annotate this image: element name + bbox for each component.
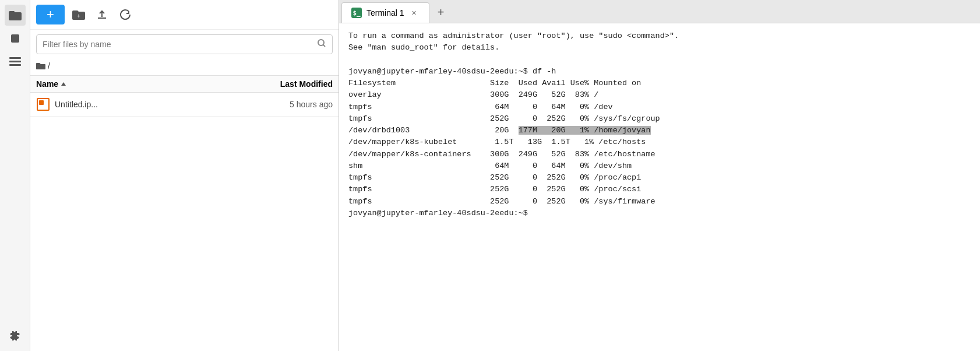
- terminal-line: /dev/mapper/k8s-kubelet 1.5T 13G 1.5T 1%…: [348, 136, 971, 148]
- svg-rect-2: [9, 61, 21, 62]
- file-browser-panel: + +: [30, 0, 339, 351]
- terminal-line: Filesystem Size Used Avail Use% Mounted …: [348, 78, 971, 89]
- terminal-line: See "man sudo_root" for details.: [348, 42, 971, 54]
- terminal-line: jovyan@jupyter-mfarley-40sdsu-2eedu:~$: [348, 208, 971, 219]
- sidebar-item-extensions[interactable]: [5, 325, 26, 346]
- terminal-line: /dev/drbd1003 20G 177M 20G 1% /home/jovy…: [348, 125, 971, 136]
- terminal-line: To run a command as administrator (user …: [348, 30, 971, 42]
- terminal-line: tmpfs 64M 0 64M 0% /dev: [348, 101, 971, 113]
- new-button[interactable]: +: [36, 5, 65, 24]
- column-modified[interactable]: Last Modified: [239, 79, 333, 89]
- terminal-panel: $_ Terminal 1 × + To run a command as ad…: [339, 0, 980, 351]
- sidebar-item-stop[interactable]: [5, 28, 26, 49]
- terminal-line: tmpfs 252G 0 252G 0% /sys/fs/cgroup: [348, 113, 971, 125]
- search-input[interactable]: [43, 40, 317, 49]
- terminal-line: jovyan@jupyter-mfarley-40sdsu-2eedu:~$ d…: [348, 66, 971, 78]
- svg-rect-1: [9, 57, 21, 59]
- sidebar: [0, 0, 30, 351]
- new-folder-button[interactable]: +: [69, 5, 88, 24]
- sidebar-item-folder[interactable]: [5, 5, 26, 26]
- terminal-tab-close[interactable]: ×: [409, 8, 420, 18]
- svg-marker-7: [61, 82, 66, 86]
- table-row[interactable]: Untitled.ip... 5 hours ago: [30, 93, 339, 117]
- terminal-line: tmpfs 252G 0 252G 0% /proc/scsi: [348, 184, 971, 195]
- new-terminal-tab-button[interactable]: +: [432, 3, 450, 22]
- terminal-tab-1[interactable]: $_ Terminal 1 ×: [341, 2, 429, 23]
- sidebar-item-list[interactable]: [5, 51, 26, 72]
- search-icon: [317, 38, 326, 50]
- terminal-content[interactable]: To run a command as administrator (user …: [339, 23, 980, 351]
- search-bar[interactable]: [36, 34, 333, 54]
- notebook-file-icon: [36, 97, 50, 111]
- terminal-line: [348, 54, 971, 66]
- terminal-line: /dev/mapper/k8s-containers 300G 249G 52G…: [348, 149, 971, 160]
- svg-rect-3: [9, 64, 21, 66]
- terminal-line: shm 64M 0 64M 0% /dev/shm: [348, 160, 971, 172]
- terminal-line: overlay 300G 249G 52G 83% /: [348, 89, 971, 101]
- folder-breadcrumb-icon: [36, 62, 45, 70]
- terminal-tab-label: Terminal 1: [366, 8, 404, 17]
- file-toolbar: + +: [30, 0, 339, 30]
- column-name[interactable]: Name: [36, 79, 239, 89]
- terminal-tab-icon: $_: [351, 8, 362, 18]
- sort-asc-icon: [61, 81, 66, 87]
- breadcrumb: /: [30, 59, 339, 75]
- breadcrumb-path: /: [48, 61, 50, 71]
- refresh-button[interactable]: [116, 5, 135, 24]
- terminal-line: tmpfs 252G 0 252G 0% /sys/firmware: [348, 196, 971, 208]
- svg-rect-0: [11, 34, 19, 43]
- file-modified-time: 5 hours ago: [239, 100, 333, 109]
- svg-text:+: +: [77, 13, 80, 19]
- file-name: Untitled.ip...: [55, 100, 239, 109]
- file-list-header: Name Last Modified: [30, 75, 339, 93]
- terminal-tabs-bar: $_ Terminal 1 × +: [339, 0, 980, 23]
- upload-button[interactable]: [93, 5, 111, 24]
- terminal-line: tmpfs 252G 0 252G 0% /proc/acpi: [348, 172, 971, 184]
- svg-line-6: [323, 45, 326, 47]
